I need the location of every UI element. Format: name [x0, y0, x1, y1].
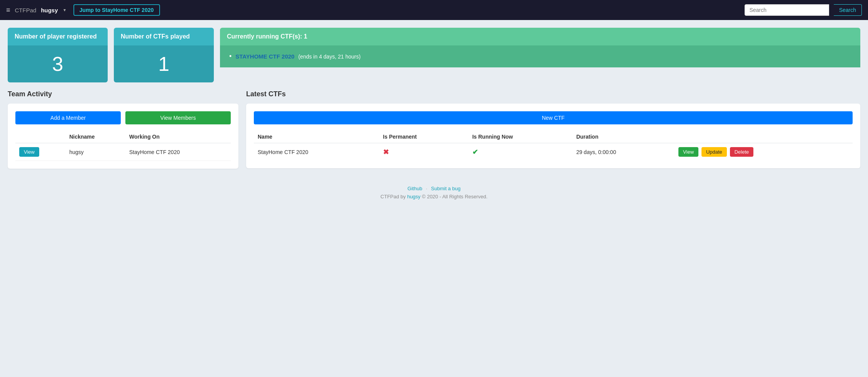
footer-dot: · [426, 186, 428, 191]
member-col-action [15, 131, 65, 143]
ctf-name-cell: StayHome CTF 2020 [254, 143, 379, 161]
jump-btn-highlight: StayHome CTF 2020 [102, 7, 154, 13]
footer-links: Github · Submit a bug [8, 186, 860, 191]
running-check-icon: ✔ [472, 148, 478, 156]
latest-ctfs-card: New CTF Name Is Permanent Is Running Now… [246, 104, 860, 168]
new-ctf-button[interactable]: New CTF [254, 111, 853, 124]
team-activity-panel: Team Activity Add a Member View Members … [8, 90, 238, 169]
footer-copyright: CTFPad by hugsy © 2020 - All Rights Rese… [8, 194, 860, 199]
running-ctf-link[interactable]: STAYHOME CTF 2020 [235, 53, 294, 60]
ctf-permanent-cell: ✖ [379, 143, 468, 161]
member-col-working-on: Working On [125, 131, 231, 143]
author-link[interactable]: hugsy [407, 194, 421, 199]
players-card: Number of player registered 3 [8, 28, 108, 82]
ctf-view-button[interactable]: View [678, 147, 698, 157]
ctfs-card-count: 1 [114, 45, 214, 82]
member-table-header-row: Nickname Working On [15, 131, 231, 143]
add-member-button[interactable]: Add a Member [15, 111, 121, 124]
caret-icon[interactable]: ▾ [63, 7, 66, 13]
github-link[interactable]: Github [408, 186, 422, 191]
players-card-count: 3 [8, 45, 108, 82]
ctf-update-button[interactable]: Update [701, 147, 727, 157]
running-ctfs-card: Currently running CTF(s): 1 • STAYHOME C… [220, 28, 860, 82]
table-row: StayHome CTF 2020 ✖ ✔ 29 days, 0:00:00 V… [254, 143, 853, 161]
search-button[interactable]: Search [834, 4, 862, 16]
ctf-col-running: Is Running Now [468, 131, 572, 143]
table-row: View hugsy StayHome CTF 2020 [15, 143, 231, 161]
permanent-x-icon: ✖ [383, 148, 389, 156]
copyright-end: © 2020 - All Rights Reserved. [420, 194, 487, 199]
view-members-button[interactable]: View Members [125, 111, 231, 124]
ctf-duration-cell: 29 days, 0:00:00 [572, 143, 675, 161]
ctf-delete-button[interactable]: Delete [730, 147, 754, 157]
ctf-col-duration: Duration [572, 131, 675, 143]
navbar: ≡ CTFPad hugsy ▾ Jump to StayHome CTF 20… [0, 0, 868, 20]
latest-ctfs-title: Latest CTFs [246, 90, 860, 98]
ctf-running-cell: ✔ [468, 143, 572, 161]
user-label: hugsy [41, 7, 58, 13]
ctf-table-header-row: Name Is Permanent Is Running Now Duratio… [254, 131, 853, 143]
ctfs-card-header: Number of CTFs played [114, 28, 214, 45]
member-table: Nickname Working On View hugsy StayHome … [15, 131, 231, 161]
submit-bug-link[interactable]: Submit a bug [431, 186, 461, 191]
hamburger-icon[interactable]: ≡ [6, 6, 10, 14]
ctf-actions-cell: View Update Delete [675, 143, 853, 161]
latest-ctfs-panel: Latest CTFs New CTF Name Is Permanent Is… [246, 90, 860, 169]
member-view-button[interactable]: View [19, 147, 39, 157]
jump-to-ctf-button[interactable]: Jump to StayHome CTF 2020 [73, 4, 160, 16]
ctf-col-permanent: Is Permanent [379, 131, 468, 143]
copyright-text: CTFPad by [380, 194, 407, 199]
players-card-header: Number of player registered [8, 28, 108, 45]
bullet-icon: • [229, 52, 232, 60]
brand-label: CTFPad [15, 7, 37, 13]
team-activity-title: Team Activity [8, 90, 238, 98]
main-content: Team Activity Add a Member View Members … [0, 89, 868, 176]
ctf-col-name: Name [254, 131, 379, 143]
running-ctfs-header: Currently running CTF(s): 1 [220, 28, 860, 45]
member-working-on-cell: StayHome CTF 2020 [125, 143, 231, 161]
member-view-cell: View [15, 143, 65, 161]
ctf-table: Name Is Permanent Is Running Now Duratio… [254, 131, 853, 161]
member-col-nickname: Nickname [65, 131, 125, 143]
running-ctf-ends: (ends in 4 days, 21 hours) [298, 54, 361, 60]
ctf-col-actions [675, 131, 853, 143]
team-activity-card: Add a Member View Members Nickname Worki… [8, 104, 238, 169]
team-buttons: Add a Member View Members [15, 111, 231, 124]
jump-btn-prefix: Jump to [80, 7, 102, 13]
search-input[interactable] [745, 4, 829, 16]
ctfs-card: Number of CTFs played 1 [114, 28, 214, 82]
stats-row: Number of player registered 3 Number of … [0, 20, 868, 89]
footer: Github · Submit a bug CTFPad by hugsy © … [0, 176, 868, 207]
member-nickname-cell: hugsy [65, 143, 125, 161]
running-ctfs-body: • STAYHOME CTF 2020 (ends in 4 days, 21 … [220, 45, 860, 67]
